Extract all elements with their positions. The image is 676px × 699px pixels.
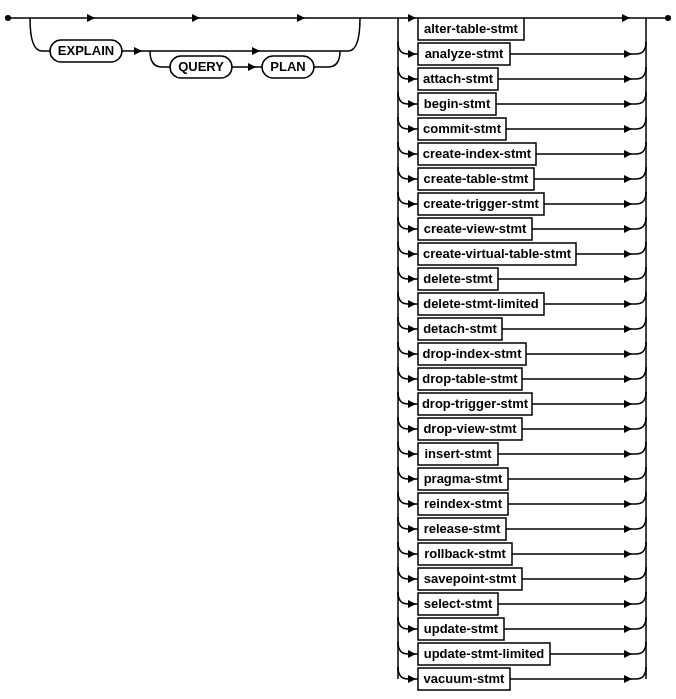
nt-rollback-stmt-label: rollback-stmt (424, 546, 506, 561)
nt-release-stmt-label: release-stmt (424, 521, 501, 536)
nt-create-view-stmt-label: create-view-stmt (424, 221, 527, 236)
nt-commit-stmt-label: commit-stmt (423, 121, 502, 136)
plan-terminal-label: PLAN (270, 59, 305, 74)
railroad-diagram: EXPLAINQUERYPLANalter-table-stmtanalyze-… (0, 0, 676, 699)
nt-update-stmt-label: update-stmt (424, 621, 499, 636)
nt-create-trigger-stmt-label: create-trigger-stmt (423, 196, 539, 211)
nt-vacuum-stmt-label: vacuum-stmt (424, 671, 506, 686)
nt-create-table-stmt-label: create-table-stmt (424, 171, 529, 186)
nt-drop-view-stmt-label: drop-view-stmt (423, 421, 517, 436)
nt-drop-table-stmt-label: drop-table-stmt (422, 371, 518, 386)
nt-create-virtual-table-stmt-label: create-virtual-table-stmt (423, 246, 572, 261)
nt-begin-stmt-label: begin-stmt (424, 96, 491, 111)
nt-create-index-stmt-label: create-index-stmt (423, 146, 532, 161)
nt-update-stmt-limited-label: update-stmt-limited (424, 646, 545, 661)
nt-delete-stmt-label: delete-stmt (423, 271, 493, 286)
nt-drop-index-stmt-label: drop-index-stmt (423, 346, 523, 361)
nt-reindex-stmt-label: reindex-stmt (424, 496, 503, 511)
nt-analyze-stmt-label: analyze-stmt (425, 46, 504, 61)
nt-select-stmt-label: select-stmt (424, 596, 493, 611)
nt-attach-stmt-label: attach-stmt (423, 71, 494, 86)
nt-delete-stmt-limited-label: delete-stmt-limited (423, 296, 539, 311)
query-terminal-label: QUERY (178, 59, 224, 74)
nt-drop-trigger-stmt-label: drop-trigger-stmt (422, 396, 529, 411)
nt-savepoint-stmt-label: savepoint-stmt (424, 571, 517, 586)
explain-terminal-label: EXPLAIN (58, 43, 114, 58)
nt-pragma-stmt-label: pragma-stmt (424, 471, 503, 486)
nt-detach-stmt-label: detach-stmt (423, 321, 497, 336)
nt-insert-stmt-label: insert-stmt (424, 446, 492, 461)
nt-alter-table-stmt-label: alter-table-stmt (424, 21, 519, 36)
